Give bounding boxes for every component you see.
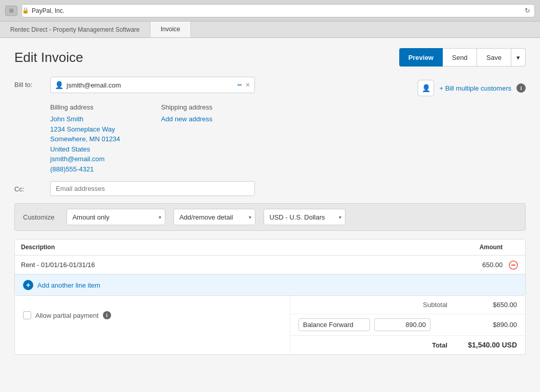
- add-circle-icon: +: [23, 280, 33, 290]
- person-outline-icon: 👤: [422, 84, 430, 92]
- lock-icon: 🔒: [22, 7, 29, 14]
- tab-icon: ⊟: [9, 8, 13, 13]
- customize-bar: Customize Amount only Quantity and amoun…: [14, 203, 526, 231]
- tab-view-button[interactable]: ⊟: [5, 6, 17, 16]
- billing-country[interactable]: United States: [50, 144, 120, 155]
- add-line-item-label: Add another line item: [37, 281, 100, 289]
- bottom-right: Subtotal $650.00 $890.00 Total $1,540.00…: [290, 296, 525, 354]
- info-icon[interactable]: i: [516, 83, 526, 93]
- billing-address-block: Billing address John Smith 1234 Someplac…: [50, 103, 120, 174]
- line-items-table: Description Amount 650.00 + Add another …: [14, 239, 526, 296]
- partial-payment-info-icon[interactable]: i: [103, 311, 111, 319]
- currency-dropdown[interactable]: USD - U.S. Dollars EUR - Euro GBP - Brit…: [264, 209, 345, 225]
- billing-name[interactable]: John Smith: [50, 114, 120, 124]
- billing-city-state[interactable]: Somewhere, MN 01234: [50, 134, 120, 144]
- table-header: Description Amount: [15, 239, 525, 256]
- tab-bar: Rentec Direct - Property Management Soft…: [0, 21, 540, 38]
- tab-rentec[interactable]: Rentec Direct - Property Management Soft…: [0, 21, 150, 37]
- add-line-item-button[interactable]: + Add another line item: [15, 274, 525, 295]
- subtotal-row: Subtotal $650.00: [290, 296, 525, 314]
- col-description-header: Description: [21, 244, 458, 251]
- balance-forward-amount-input[interactable]: [374, 318, 430, 331]
- bill-multiple-link[interactable]: + Bill multiple customers: [439, 84, 511, 92]
- currency-dropdown-wrapper: USD - U.S. Dollars EUR - Euro GBP - Brit…: [264, 209, 345, 225]
- total-label: Total: [298, 341, 456, 349]
- address-text: PayPal, Inc.: [32, 7, 64, 14]
- billing-address-title: Billing address: [50, 103, 120, 111]
- partial-payment-checkbox[interactable]: [23, 311, 31, 319]
- remove-circle-icon: [509, 260, 518, 270]
- balance-forward-input[interactable]: [298, 318, 370, 331]
- dropdown-arrow-icon: ▾: [516, 54, 520, 61]
- tab-invoice[interactable]: Invoice: [150, 21, 191, 37]
- add-remove-detail-dropdown-wrapper: Add/remove detail ▾: [174, 209, 255, 225]
- cc-input[interactable]: [50, 181, 255, 196]
- cc-field: [50, 181, 526, 196]
- main-content: Edit Invoice Preview Send Save ▾ Bill to…: [0, 38, 540, 392]
- subtotal-value: $650.00: [456, 301, 517, 309]
- bill-to-label: Bill to:: [14, 77, 50, 89]
- email-display: jsmith@email.com: [67, 81, 234, 89]
- billing-phone[interactable]: (888)555-4321: [50, 164, 120, 175]
- billing-email[interactable]: jsmith@email.com: [50, 154, 120, 164]
- line-item-amount: 650.00: [446, 261, 508, 269]
- balance-forward-row: $890.00: [290, 314, 525, 336]
- partial-payment-section: Allow partial payment i: [23, 304, 282, 326]
- partial-payment-label: Allow partial payment: [35, 312, 99, 319]
- total-value: $1,540.00 USD: [456, 341, 517, 349]
- table-row: 650.00: [15, 256, 525, 274]
- balance-forward-total: $890.00: [435, 321, 517, 329]
- shipping-address-block: Shipping address Add new address: [161, 103, 212, 174]
- total-row: Total $1,540.00 USD: [290, 336, 525, 354]
- bottom-left: Allow partial payment i: [15, 296, 290, 354]
- browser-chrome: ⊟ 🔒 PayPal, Inc. ↻: [0, 0, 540, 21]
- cc-row: Cc:: [14, 181, 526, 196]
- line-item-description-input[interactable]: [21, 259, 446, 271]
- add-new-address-link[interactable]: Add new address: [161, 114, 212, 124]
- refresh-icon[interactable]: ↻: [525, 7, 530, 14]
- edit-icon[interactable]: ✏: [237, 82, 242, 89]
- remove-customer-icon[interactable]: ✕: [245, 81, 250, 89]
- bill-to-input[interactable]: 👤 jsmith@email.com ✏ ✕: [50, 77, 255, 93]
- bill-to-field: 👤 jsmith@email.com ✏ ✕: [50, 77, 409, 93]
- shipping-address-title: Shipping address: [161, 103, 212, 111]
- remove-line-item-button[interactable]: [508, 260, 519, 270]
- line-item-description[interactable]: [21, 259, 446, 271]
- bill-to-right: 👤 + Bill multiple customers i: [418, 77, 526, 96]
- page-header: Edit Invoice Preview Send Save ▾: [14, 48, 526, 67]
- amount-type-dropdown[interactable]: Amount only Quantity and amount Date, qu…: [67, 209, 165, 225]
- address-bar[interactable]: 🔒 PayPal, Inc. ↻: [21, 4, 535, 17]
- bill-to-row: Bill to: 👤 jsmith@email.com ✏ ✕ 👤 + Bill…: [14, 77, 526, 96]
- add-customer-icon: 👤: [418, 80, 434, 96]
- save-dropdown-button[interactable]: ▾: [511, 48, 526, 67]
- page-title: Edit Invoice: [14, 50, 83, 66]
- customize-label: Customize: [23, 213, 54, 221]
- subtotal-label: Subtotal: [298, 301, 456, 309]
- save-button[interactable]: Save: [477, 48, 511, 67]
- send-button[interactable]: Send: [443, 48, 477, 67]
- billing-street[interactable]: 1234 Someplace Way: [50, 124, 120, 135]
- amount-type-dropdown-wrapper: Amount only Quantity and amount Date, qu…: [67, 209, 165, 225]
- cc-label: Cc:: [14, 181, 50, 193]
- header-actions: Preview Send Save ▾: [399, 48, 526, 67]
- add-remove-detail-dropdown[interactable]: Add/remove detail: [174, 209, 255, 225]
- bottom-section: Allow partial payment i Subtotal $650.00…: [14, 296, 526, 355]
- col-amount-header: Amount: [458, 244, 519, 251]
- billing-shipping-section: Billing address John Smith 1234 Someplac…: [50, 103, 526, 174]
- preview-button[interactable]: Preview: [399, 48, 443, 67]
- user-icon: 👤: [55, 81, 63, 89]
